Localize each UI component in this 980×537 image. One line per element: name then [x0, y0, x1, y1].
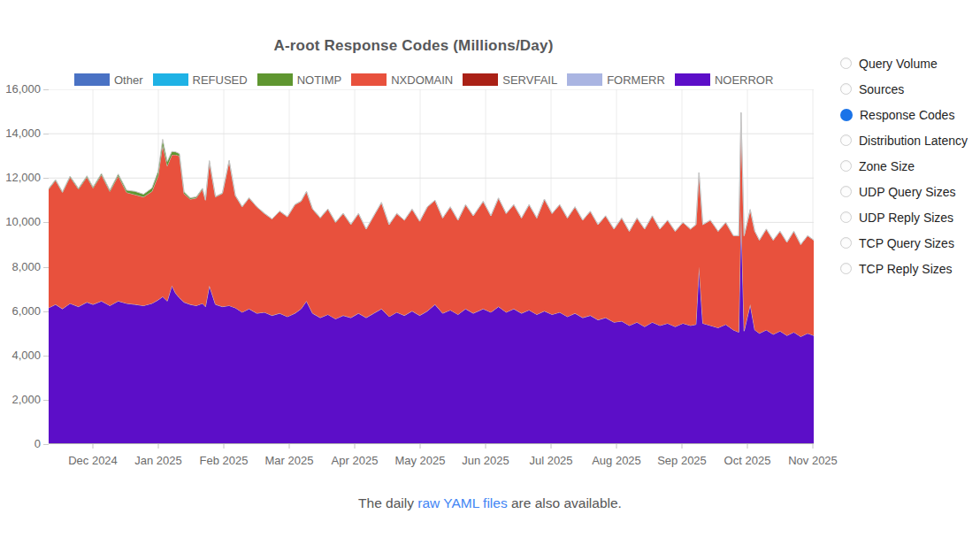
legend-label: REFUSED	[193, 73, 248, 87]
y-tick-mark	[43, 89, 49, 90]
sidebar-item-zone-size[interactable]: Zone Size	[840, 153, 980, 179]
radio-unselected-icon[interactable]	[840, 160, 852, 172]
legend-label: NXDOMAIN	[391, 73, 453, 87]
chart-legend: OtherREFUSEDNOTIMPNXDOMAINSERVFAILFORMER…	[74, 73, 773, 87]
sidebar-item-distribution-latency[interactable]: Distribution Latency	[840, 127, 980, 153]
sidebar-item-label: UDP Query Sizes	[859, 185, 955, 199]
x-axis-label: Jun 2025	[448, 454, 523, 467]
x-axis-label: Aug 2025	[579, 454, 654, 467]
x-axis-label: Jul 2025	[514, 454, 588, 467]
legend-item-NXDOMAIN: NXDOMAIN	[351, 73, 453, 87]
x-axis-label: Sep 2025	[645, 454, 719, 467]
radio-unselected-icon[interactable]	[840, 263, 852, 274]
y-axis-label: 2,000	[0, 394, 41, 406]
legend-label: FORMERR	[607, 73, 665, 87]
sidebar-item-label: Distribution Latency	[859, 134, 968, 148]
y-tick-mark	[43, 356, 49, 357]
radio-unselected-icon[interactable]	[840, 83, 852, 95]
y-tick-mark	[43, 311, 49, 312]
y-tick-mark	[43, 400, 49, 401]
sidebar-item-label: Zone Size	[859, 159, 915, 173]
sidebar-item-query-volume[interactable]: Query Volume	[840, 50, 980, 76]
legend-item-REFUSED: REFUSED	[153, 73, 248, 87]
y-tick-mark	[43, 134, 49, 134]
sidebar-item-response-codes[interactable]: Response Codes	[840, 102, 980, 127]
radio-unselected-icon[interactable]	[840, 58, 852, 69]
legend-swatch-Other	[74, 73, 110, 86]
y-tick-mark	[43, 444, 49, 445]
caption-suffix: are also available.	[508, 495, 622, 510]
legend-label: Other	[114, 73, 143, 87]
sidebar-item-label: Sources	[859, 82, 904, 96]
legend-label: NOERROR	[715, 73, 773, 87]
legend-swatch-SERVFAIL	[463, 73, 498, 86]
caption-prefix: The daily	[358, 495, 417, 510]
y-tick-mark	[43, 178, 49, 179]
x-axis-label: Feb 2025	[187, 454, 261, 467]
caption: The daily raw YAML files are also availa…	[0, 495, 980, 511]
chart-title: A-root Response Codes (Millions/Day)	[0, 37, 827, 55]
x-axis-label: Nov 2025	[776, 454, 850, 467]
legend-swatch-NOTIMP	[257, 73, 293, 86]
sidebar-item-label: TCP Query Sizes	[859, 236, 954, 250]
radio-selected-icon[interactable]	[840, 109, 853, 121]
sidebar-item-sources[interactable]: Sources	[840, 76, 980, 102]
radio-unselected-icon[interactable]	[840, 211, 852, 223]
x-axis-label: Jan 2025	[121, 454, 195, 467]
y-tick-mark	[43, 267, 49, 268]
sidebar-item-label: Query Volume	[859, 57, 938, 71]
x-axis-label: May 2025	[383, 454, 457, 467]
legend-label: NOTIMP	[297, 73, 342, 87]
sidebar-item-label: UDP Reply Sizes	[859, 211, 953, 225]
legend-item-Other: Other	[74, 73, 143, 87]
legend-swatch-NXDOMAIN	[351, 73, 387, 86]
legend-item-NOTIMP: NOTIMP	[257, 73, 342, 87]
sidebar-item-tcp-query-sizes[interactable]: TCP Query Sizes	[840, 230, 980, 256]
radio-unselected-icon[interactable]	[840, 186, 852, 197]
y-axis-label: 4,000	[0, 349, 41, 362]
sidebar-item-label: TCP Reply Sizes	[859, 262, 953, 276]
sidebar-item-tcp-reply-sizes[interactable]: TCP Reply Sizes	[840, 256, 980, 281]
x-axis-label: Dec 2024	[56, 454, 130, 467]
y-axis-label: 14,000	[0, 127, 41, 140]
page: A-root Response Codes (Millions/Day) Oth…	[0, 0, 980, 537]
sidebar-item-udp-reply-sizes[interactable]: UDP Reply Sizes	[840, 204, 980, 230]
view-selector-sidebar: Query VolumeSourcesResponse CodesDistrib…	[840, 50, 980, 281]
y-axis-label: 16,000	[0, 83, 41, 96]
legend-swatch-NOERROR	[675, 73, 710, 86]
x-axis-label: Mar 2025	[252, 454, 326, 467]
legend-item-SERVFAIL: SERVFAIL	[463, 73, 557, 87]
y-axis-label: 0	[0, 438, 41, 450]
radio-unselected-icon[interactable]	[840, 237, 852, 249]
legend-label: SERVFAIL	[502, 73, 557, 87]
legend-item-FORMERR: FORMERR	[567, 73, 665, 87]
sidebar-item-label: Response Codes	[860, 108, 954, 122]
radio-unselected-icon[interactable]	[840, 134, 852, 146]
x-axis-label: Oct 2025	[710, 454, 785, 467]
plot-svg	[49, 89, 814, 449]
y-axis-label: 10,000	[0, 216, 41, 228]
x-axis-label: Apr 2025	[318, 454, 392, 467]
sidebar-item-udp-query-sizes[interactable]: UDP Query Sizes	[840, 179, 980, 204]
legend-swatch-REFUSED	[153, 73, 188, 86]
plot-area[interactable]	[49, 89, 814, 449]
raw-yaml-files-link[interactable]: raw YAML files	[417, 495, 507, 510]
y-tick-mark	[43, 222, 49, 223]
legend-item-NOERROR: NOERROR	[675, 73, 773, 87]
y-axis-label: 8,000	[0, 261, 41, 273]
y-axis-label: 6,000	[0, 305, 41, 318]
legend-swatch-FORMERR	[567, 73, 602, 86]
y-axis-label: 12,000	[0, 172, 41, 184]
